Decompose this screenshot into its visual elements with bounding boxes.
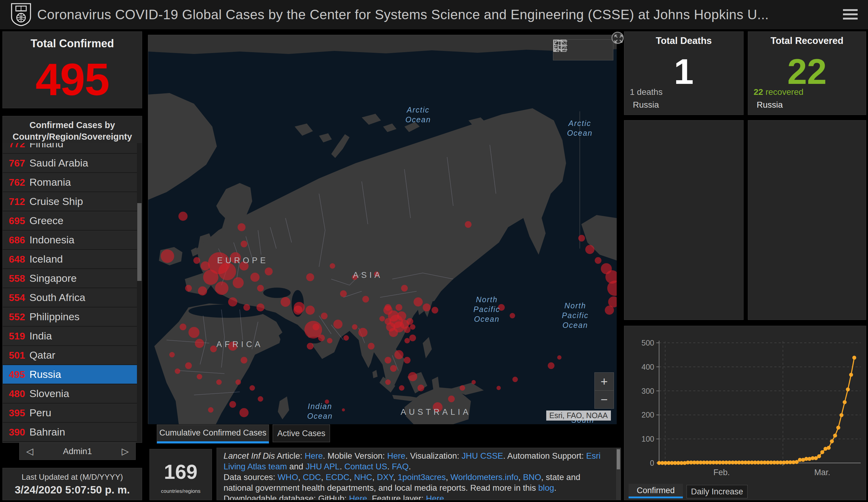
deaths-region-name: Russia [633,100,659,110]
svg-text:ASIA: ASIA [353,270,383,280]
scrollbar-thumb[interactable] [137,203,142,281]
total-confirmed-label: Total Confirmed [3,32,142,50]
svg-text:100: 100 [641,434,654,443]
svg-text:200: 200 [641,410,654,419]
map-attribution: Esri, FAO, NOAA [546,410,611,421]
total-deaths-panel: Total Deaths 1 1 deaths Russia [624,31,744,115]
page-title: Coronavirus COVID-19 Global Cases by the… [37,0,769,29]
info-link[interactable]: BNO [523,472,541,482]
info-link[interactable]: 1point3acres [398,472,446,482]
country-list-viewport: 772Finland767Saudi Arabia762Romania712Cr… [3,143,137,442]
list-item[interactable]: 519India [3,327,137,346]
zoom-out-button[interactable]: − [595,391,614,408]
pagination-prev-button[interactable]: ◁ [26,446,33,457]
list-item[interactable]: 390Bahrain [3,423,137,442]
list-item[interactable]: 712Cruise Ship [3,192,137,211]
info-link[interactable]: NHC [354,472,372,482]
list-item[interactable]: 395Peru [3,403,137,423]
list-item[interactable]: 695Greece [3,211,137,230]
info-link[interactable]: WHO [278,472,298,482]
hamburger-menu-button[interactable] [843,9,858,21]
map-canvas: ArcticOceanArcticOceanNorthPacificOceanN… [148,35,617,424]
info-scrollbar[interactable] [616,448,621,500]
info-link[interactable]: JHU CSSE [462,451,503,461]
deaths-list-panel [624,120,744,320]
svg-text:AUSTRALIA: AUSTRALIA [401,408,471,417]
confirmed-timeline-chart[interactable]: 0100200300400500Feb.Mar. [624,326,866,482]
list-item[interactable]: 501Qatar [3,346,137,365]
total-confirmed-panel: Total Confirmed 495 [2,31,142,108]
svg-text:400: 400 [641,362,654,371]
info-link[interactable]: Contact US [344,462,388,471]
info-links-panel: Lancet Inf Dis Article: Here. Mobile Ver… [217,448,621,500]
last-updated-panel: Last Updated at (M/D/YYYY) 3/24/2020 5:0… [2,468,142,500]
list-pagination: ◁ Admin1 ▷ [19,443,136,460]
info-link[interactable]: blog [538,483,554,493]
tab-cumulative-confirmed-cases[interactable]: Cumulative Confirmed Cases [157,424,269,443]
svg-text:NorthPacificOcean: NorthPacificOcean [562,301,589,329]
chart-tab-daily-increase[interactable]: Daily Increase [686,485,747,498]
scrollbar-thumb[interactable] [617,449,620,469]
total-recovered-panel: Total Recovered 22 22 recovered Russia [748,31,866,115]
pagination-label: Admin1 [63,447,92,456]
info-link[interactable]: Here [426,494,444,500]
info-link[interactable]: Here [349,494,367,500]
last-updated-label: Last Updated at (M/D/YYYY) [3,468,142,482]
info-link[interactable]: JHU APL [306,462,340,471]
zoom-in-button[interactable]: + [595,373,614,391]
list-item[interactable]: 480Slovenia [3,384,137,403]
svg-text:EUROPE: EUROPE [217,256,268,265]
recovered-region-line: 22 recovered [754,87,803,97]
timeline-chart-panel: 0100200300400500Feb.Mar. Confirmed Daily… [624,326,866,500]
svg-text:500: 500 [641,339,654,347]
chart-tab-confirmed[interactable]: Confirmed [629,484,683,498]
svg-text:AFRICA: AFRICA [216,340,263,349]
list-item[interactable]: 552Philippines [3,307,137,327]
info-text: Lancet Inf Dis Article: Here. Mobile Ver… [224,450,610,500]
list-item[interactable]: 558Singapore [3,269,137,288]
app-header: Coronavirus COVID-19 Global Cases by the… [0,0,868,29]
country-list-scrollbar[interactable] [137,143,142,442]
country-list: 772Finland767Saudi Arabia762Romania712Cr… [3,143,137,442]
fullscreen-expand-icon[interactable] [611,32,624,44]
map-zoom-controls: + − [595,372,614,409]
svg-text:300: 300 [641,387,654,395]
svg-text:Mar.: Mar. [814,468,830,477]
svg-text:0: 0 [650,459,654,467]
world-map[interactable]: ArcticOceanArcticOceanNorthPacificOceanN… [148,35,617,424]
recovered-region-name: Russia [757,100,783,110]
list-item[interactable]: 686Indonesia [3,230,137,250]
pagination-next-button[interactable]: ▷ [122,446,129,457]
info-link[interactable]: ECDC [326,472,350,482]
info-link[interactable]: Here [305,451,323,461]
tab-active-cases[interactable]: Active Cases [273,424,330,442]
list-item[interactable]: 554South Africa [3,288,137,307]
total-recovered-value: 22 [748,51,866,92]
jhu-shield-icon [11,3,31,26]
country-list-panel: Confirmed Cases by Country/Region/Sovere… [2,116,142,443]
total-recovered-label: Total Recovered [748,32,866,47]
list-item[interactable]: 772Finland [3,143,137,154]
svg-text:Feb.: Feb. [713,468,730,477]
country-list-header-2: Country/Region/Sovereignty [3,131,142,142]
svg-text:NorthPacificOcean: NorthPacificOcean [473,295,500,323]
basemap-grid-icon[interactable] [595,43,611,57]
info-link[interactable]: FAQ [392,462,409,471]
legend-list-icon[interactable] [575,43,591,57]
info-link[interactable]: DXY [377,472,393,482]
total-deaths-label: Total Deaths [624,32,743,47]
last-updated-value: 3/24/2020 5:07:50 p. m. [3,484,142,496]
info-link[interactable]: CDC [303,472,321,482]
list-item[interactable]: 762Romania [3,173,137,192]
info-link[interactable]: Here [388,451,406,461]
info-link[interactable]: Worldometers.info [451,472,518,482]
map-toolbar [553,39,613,60]
list-item[interactable]: 495Russia [3,365,137,384]
deaths-region-line: 1 deaths [630,87,662,97]
list-item[interactable]: 648Iceland [3,250,137,269]
countries-count-caption: countries/regions [150,488,212,494]
countries-count-panel: 169 countries/regions [149,449,212,500]
country-list-header: Confirmed Cases by [3,116,142,131]
total-confirmed-value: 495 [3,54,142,105]
list-item[interactable]: 767Saudi Arabia [3,154,137,173]
